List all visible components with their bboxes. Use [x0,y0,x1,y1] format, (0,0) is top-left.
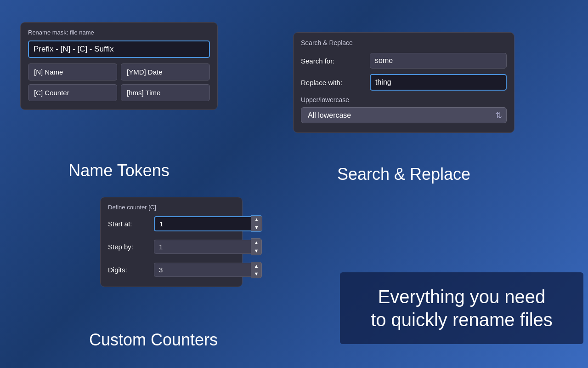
start-at-row: Start at: ▲ ▼ [108,215,235,232]
step-by-increment[interactable]: ▲ [251,239,261,247]
digits-input[interactable] [154,263,251,277]
everything-box: Everything you need to quickly rename fi… [340,272,583,344]
token-counter-button[interactable]: [C] Counter [28,84,117,101]
rename-mask-panel: Rename mask: file name [N] Name [YMD] Da… [20,22,218,110]
everything-text: Everything you need to quickly rename fi… [355,285,569,331]
search-replace-label: Search & Replace [293,165,514,184]
name-tokens-label: Name Tokens [20,161,218,180]
token-grid: [N] Name [YMD] Date [C] Counter [hms] Ti… [28,63,210,101]
uppercase-section: Upper/lowercase All lowercase All upperc… [301,96,507,123]
uppercase-label: Upper/lowercase [301,96,507,104]
start-at-decrement[interactable]: ▼ [251,224,262,231]
start-at-input-wrap: ▲ ▼ [154,215,262,232]
token-name-button[interactable]: [N] Name [28,63,117,80]
step-by-label: Step by: [108,243,154,251]
replace-label: Replace with: [301,79,370,86]
case-select-wrapper: All lowercase All uppercase Title Case N… [301,107,507,123]
search-replace-panel-title: Search & Replace [301,39,507,46]
replace-row: Replace with: [301,74,507,91]
search-label: Search for: [301,57,370,65]
start-at-stepper: ▲ ▼ [251,215,262,232]
search-input[interactable] [370,53,507,69]
digits-stepper: ▲ ▼ [251,262,262,278]
search-replace-panel: Search & Replace Search for: Replace wit… [293,32,514,133]
start-at-input[interactable] [154,216,251,231]
token-date-button[interactable]: [YMD] Date [121,63,210,80]
digits-input-wrap: ▲ ▼ [154,262,262,278]
case-select[interactable]: All lowercase All uppercase Title Case N… [301,107,507,123]
step-by-stepper: ▲ ▼ [251,238,262,255]
replace-input[interactable] [370,74,507,91]
token-time-button[interactable]: [hms] Time [121,84,210,101]
start-at-label: Start at: [108,220,154,228]
step-by-decrement[interactable]: ▼ [251,247,261,255]
counter-panel: Define counter [C] Start at: ▲ ▼ Step by… [100,197,243,287]
step-by-row: Step by: ▲ ▼ [108,238,235,255]
custom-counters-label: Custom Counters [20,330,287,350]
start-at-increment[interactable]: ▲ [251,216,262,224]
mask-input[interactable] [28,40,210,58]
digits-row: Digits: ▲ ▼ [108,262,235,278]
counter-panel-title: Define counter [C] [108,204,235,211]
everything-line2: to quickly rename files [371,310,553,330]
step-by-input[interactable] [154,240,251,254]
digits-increment[interactable]: ▲ [251,262,261,270]
everything-line1: Everything you need [378,287,546,307]
search-row: Search for: [301,53,507,69]
step-by-input-wrap: ▲ ▼ [154,238,262,255]
digits-decrement[interactable]: ▼ [251,270,261,278]
rename-mask-title: Rename mask: file name [28,29,210,36]
digits-label: Digits: [108,266,154,274]
